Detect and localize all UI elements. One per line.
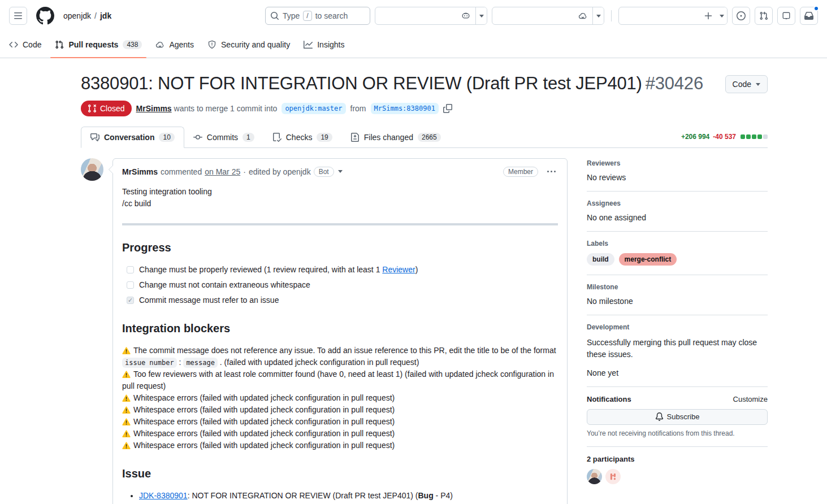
assignees-section: Assignees No one assigned [587,199,768,232]
participant-avatar-mrsimms[interactable] [587,469,602,484]
search-input[interactable]: Type / to search [265,7,370,25]
blocker-text: The commit message does not reference an… [133,346,556,355]
graph-icon [304,40,313,49]
nav-tab-insights[interactable]: Insights [299,32,349,58]
hamburger-menu-button[interactable] [9,7,27,25]
conversation-timeline: MrSimms commented on Mar 25 · edited by … [81,158,568,504]
development-text: Successfully merging this pull request m… [587,337,768,360]
github-logo[interactable] [36,7,54,25]
assignees-heading[interactable]: Assignees [587,199,768,207]
avatar[interactable] [81,158,103,181]
inbox-icon [804,11,813,20]
issue-link[interactable]: JDK-8380901 [139,491,188,500]
warning-icon [122,430,131,438]
inline-code: message [183,358,218,368]
tab-checks[interactable]: Checks 19 [263,127,341,147]
reviewer-link[interactable]: Reviewer [382,265,415,274]
agents-dropdown[interactable] [592,7,604,24]
plus-icon [704,11,713,20]
warning-icon [122,406,131,414]
edit-history-dropdown[interactable] [338,170,343,175]
development-section: Development Successfully merging this pu… [587,323,768,387]
task-item: Change must be properly reviewed (1 revi… [127,264,558,276]
copilot-cloud-icon [155,40,164,49]
subscribe-button[interactable]: Subscribe [587,409,768,425]
reviewers-section: Reviewers No reviews [587,159,768,192]
development-heading[interactable]: Development [587,323,768,331]
milestone-heading[interactable]: Milestone [587,283,768,291]
create-new-split-button [618,7,728,25]
tab-files-changed[interactable]: Files changed 2665 [341,127,450,147]
diffstat: +206 994 -40 537 [681,133,768,147]
copy-branch-button[interactable] [443,104,452,113]
tab-commits[interactable]: Commits 1 [184,127,263,147]
checkbox-unchecked[interactable] [127,281,134,289]
participants-section: 2 participants [587,455,768,493]
pr-author-link[interactable]: MrSimms [136,104,172,113]
nav-tab-label: Agents [169,40,194,49]
reviewers-empty-text: No reviews [587,173,768,182]
issue-list: JDK-8380901: NOT FOR INTEGRATION OR REVI… [122,490,558,502]
reviewers-heading[interactable]: Reviewers [587,159,768,167]
tab-count: 10 [159,133,174,142]
warning-icon [122,347,131,355]
breadcrumb-org-link[interactable]: openjdk [63,11,91,20]
search-icon [270,11,279,20]
label-build[interactable]: build [587,253,614,266]
create-new-dropdown[interactable] [717,7,727,24]
blocker-text: Whitespace errors (failed with updated j… [133,417,395,426]
blocker-text: Whitespace errors (failed with updated j… [133,405,395,414]
file-diff-icon [350,133,360,142]
issue-text: - P4) [434,491,453,500]
dot-separator: · [243,167,246,176]
comment-body: Testing integration tooling /cc build Pr… [113,180,567,504]
copilot-button[interactable] [456,7,475,24]
progress-heading: Progress [122,239,558,256]
labels-heading[interactable]: Labels [587,240,768,247]
tab-conversation[interactable]: Conversation 10 [81,127,184,148]
comment-card: MrSimms commented on Mar 25 · edited by … [112,158,568,504]
pr-tabs: Conversation 10 Commits 1 Checks 19 File… [81,127,768,148]
participant-avatar-openjdk[interactable] [605,469,621,484]
chevron-down-icon [756,83,760,88]
comment-timestamp-link[interactable]: on Mar 25 [205,167,240,176]
copilot-dropdown[interactable] [475,7,487,24]
nav-tab-pull-requests[interactable]: Pull requests 438 [50,32,146,58]
checkbox-checked[interactable] [127,297,134,304]
kebab-menu-button[interactable] [545,168,558,175]
head-branch-ref[interactable]: MrSimms:8380901 [371,103,439,114]
blocker-text: Whitespace errors (failed with updated j… [133,429,395,438]
breadcrumb-repo-link[interactable]: jdk [100,11,111,20]
agents-cloud-button[interactable] [573,7,592,24]
merge-sentence: wants to merge 1 commit into [174,104,278,113]
comment-line: Testing integration tooling [122,187,212,196]
pull-requests-button[interactable] [755,7,773,25]
checkbox-unchecked[interactable] [127,266,134,273]
nav-tab-agents[interactable]: Agents [151,32,198,58]
base-branch-ref[interactable]: openjdk:master [282,103,345,114]
inbox-button[interactable] [800,7,818,25]
git-pull-request-icon [55,40,64,49]
projects-button[interactable] [777,7,795,25]
issues-button[interactable] [732,7,750,25]
repo-nav: Code Pull requests 438 Agents Security a… [0,32,827,58]
comment-author-link[interactable]: MrSimms [122,167,158,176]
git-pull-request-icon [759,11,768,20]
code-dropdown-button[interactable]: Code [725,75,768,93]
task-text: Commit message must refer to an issue [139,296,279,305]
blocker-item: Whitespace errors (failed with updated j… [122,404,558,416]
warning-icon [122,371,131,379]
customize-link[interactable]: Customize [733,395,768,403]
nav-tab-security[interactable]: Security and quality [203,32,295,58]
development-empty-text: None yet [587,368,768,377]
assignees-empty-text: No one assigned [587,213,768,222]
task-item: Change must not contain extraneous white… [127,279,558,291]
markdown-divider [122,223,558,225]
create-new-button[interactable] [700,7,717,24]
pr-page: 8380901: NOT FOR INTEGRATION OR REVIEW (… [81,73,768,504]
label-merge-conflict[interactable]: merge-conflict [619,253,677,266]
nav-tab-code[interactable]: Code [5,32,46,58]
comment-header: MrSimms commented on Mar 25 · edited by … [113,159,567,180]
blocker-text: Whitespace errors (failed with updated j… [133,393,395,402]
blocker-item: Whitespace errors (failed with updated j… [122,416,558,428]
